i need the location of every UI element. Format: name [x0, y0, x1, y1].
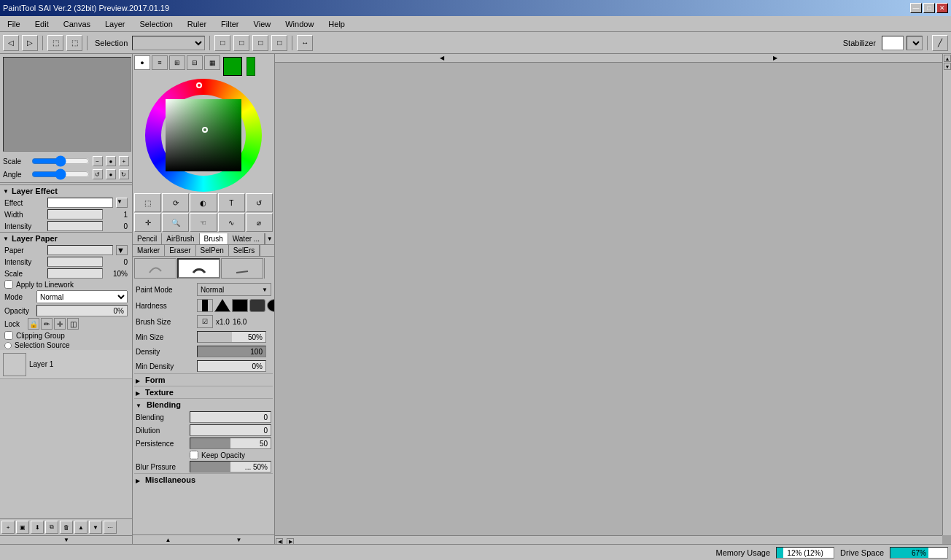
persistence-bar[interactable]: 50 — [190, 438, 271, 449]
color-swatch[interactable] — [223, 57, 242, 76]
layer-duplicate-btn[interactable]: ⧉ — [45, 521, 58, 534]
effect-input[interactable] — [47, 198, 113, 208]
density-bar[interactable]: 100 — [197, 346, 266, 357]
toolbar-btn-3[interactable]: ⬚ — [47, 35, 63, 51]
angle-cw[interactable]: ↻ — [119, 169, 129, 179]
menu-view[interactable]: View — [249, 18, 276, 30]
scale-reset[interactable]: ● — [106, 156, 116, 166]
hscroll-left[interactable]: ◀ — [276, 538, 283, 544]
lock-draw-btn[interactable]: ✏ — [41, 318, 53, 330]
scroll-left-btn[interactable]: ◀ — [440, 55, 444, 61]
minimize-button[interactable]: — — [910, 3, 922, 13]
hardness-btn-3[interactable] — [232, 299, 248, 312]
canvas-vscroll[interactable]: ▲ ▼ — [942, 54, 951, 535]
mode-select[interactable]: Normal — [36, 290, 128, 303]
tool-text[interactable]: T — [218, 193, 245, 212]
toolbar-btn-6[interactable]: □ — [233, 35, 249, 51]
brush-tab-water[interactable]: Water ... — [228, 233, 265, 244]
color-active[interactable] — [247, 57, 255, 76]
selection-source-radio[interactable] — [4, 342, 12, 349]
angle-ccw[interactable]: ↺ — [93, 169, 103, 179]
hardness-btn-1[interactable] — [197, 299, 213, 312]
tool-eyedropper[interactable]: ⌀ — [246, 213, 273, 232]
panel-scroll-up[interactable]: ▲ — [133, 535, 203, 544]
color-wheel-area[interactable] — [138, 79, 269, 192]
scale-minus[interactable]: − — [93, 156, 103, 166]
vscroll-up[interactable]: ▲ — [944, 55, 951, 62]
brush-tab-pencil[interactable]: Pencil — [133, 233, 162, 244]
dilution-bar[interactable]: 0 — [190, 424, 271, 436]
toolbar-btn-2[interactable]: ▷ — [22, 35, 38, 51]
brush-tab-eraser[interactable]: Eraser — [165, 245, 195, 256]
toolbar-btn-4[interactable]: ⬚ — [66, 35, 82, 51]
lock-opacity-btn[interactable]: ◫ — [67, 318, 79, 330]
layer-extra-btn[interactable]: ⋯ — [104, 521, 117, 534]
hue-wheel[interactable] — [145, 79, 262, 192]
texture-section[interactable]: ▶ Texture — [134, 386, 273, 398]
maximize-button[interactable]: □ — [923, 3, 935, 13]
tool-hand[interactable]: ☜ — [190, 213, 217, 232]
angle-reset[interactable]: ● — [106, 169, 116, 179]
hardness-btn-2[interactable] — [214, 299, 230, 312]
list-item[interactable]: Layer 1 — [0, 350, 132, 379]
brush-tab-selers[interactable]: SelErs — [229, 245, 260, 256]
brush-tab-brush[interactable]: Brush — [200, 233, 228, 244]
menu-canvas[interactable]: Canvas — [59, 18, 95, 30]
toolbar-btn-1[interactable]: ◁ — [3, 35, 19, 51]
menu-filter[interactable]: Filter — [217, 18, 243, 30]
form-section[interactable]: ▶ Form — [134, 373, 273, 386]
color-tab-grid[interactable]: ⊞ — [169, 55, 185, 70]
color-tab-palette[interactable]: ⊟ — [187, 55, 203, 70]
brush-tab-marker[interactable]: Marker — [133, 245, 165, 256]
tool-select-rect[interactable]: ⬚ — [134, 193, 161, 212]
paper-input[interactable] — [47, 245, 113, 255]
layer-new-btn[interactable]: + — [1, 521, 15, 534]
brush-item-2[interactable] — [177, 258, 221, 279]
stabilizer-dropdown[interactable]: 3 — [907, 36, 923, 50]
scroll-right-btn[interactable]: ▶ — [773, 55, 777, 61]
tool-curve[interactable]: ∿ — [218, 213, 245, 232]
hardness-btn-4[interactable] — [249, 299, 265, 312]
menu-help[interactable]: Help — [324, 18, 349, 30]
misc-section[interactable]: ▶ Miscllaneous — [134, 473, 273, 486]
brush-item-3[interactable] — [221, 258, 263, 279]
clipping-group-checkbox[interactable] — [4, 331, 13, 340]
min-size-bar[interactable]: 50% — [197, 331, 266, 343]
toolbar-btn-8[interactable]: □ — [271, 35, 287, 51]
color-tab-custom[interactable]: ▦ — [204, 55, 220, 70]
layer-merge-btn[interactable]: ⬇ — [31, 521, 44, 534]
color-tab-sliders[interactable]: ≡ — [152, 55, 168, 70]
brush-item-1[interactable] — [134, 258, 176, 279]
selection-dropdown[interactable] — [132, 36, 205, 50]
panel-scroll-down[interactable]: ▼ — [0, 535, 133, 544]
effect-dropdown[interactable]: ▼ — [116, 198, 128, 208]
brush-tab-airbrush[interactable]: AirBrush — [162, 233, 199, 244]
paint-mode-dropdown[interactable]: Normal ▼ — [197, 283, 271, 296]
size-toggle[interactable]: ☑ — [197, 315, 213, 328]
toolbar-btn-9[interactable]: ↔ — [297, 35, 313, 51]
lock-btn[interactable]: 🔒 — [28, 318, 39, 330]
min-density-bar[interactable]: 0% — [197, 360, 266, 372]
brush-tab-selpen[interactable]: SelPen — [196, 245, 229, 256]
layer-down-btn[interactable]: ▼ — [89, 521, 102, 534]
canvas-viewport[interactable] — [275, 63, 942, 535]
color-square[interactable] — [166, 99, 241, 171]
canvas-hscroll[interactable]: ◀ ▶ — [275, 535, 942, 544]
layer-paper-header[interactable]: ▼ Layer Paper — [0, 232, 132, 244]
menu-ruler[interactable]: Ruler — [183, 18, 211, 30]
layer-group-btn[interactable]: ▣ — [16, 521, 29, 534]
canvas-area[interactable]: ◀ ▶ ▲ ▼ ◀ ▶ — [275, 54, 951, 544]
close-button[interactable]: ✕ — [936, 3, 948, 13]
toolbar-btn-5[interactable]: □ — [214, 35, 230, 51]
menu-window[interactable]: Window — [281, 18, 318, 30]
tool-zoom[interactable]: 🔍 — [162, 213, 189, 232]
layer-delete-btn[interactable]: 🗑 — [60, 521, 73, 534]
brush-tabs-scroll[interactable]: ▼ — [265, 233, 273, 244]
apply-linework-checkbox[interactable] — [4, 280, 13, 289]
tool-select-lasso[interactable]: ⟳ — [162, 193, 189, 212]
scale-plus[interactable]: + — [119, 156, 129, 166]
layer-effect-header[interactable]: ▼ Layer Effect — [0, 184, 132, 197]
panel-scroll-dn[interactable]: ▼ — [203, 535, 274, 544]
toolbar-pen-btn[interactable]: ╱ — [932, 35, 948, 51]
tool-move[interactable]: ✛ — [134, 213, 161, 232]
